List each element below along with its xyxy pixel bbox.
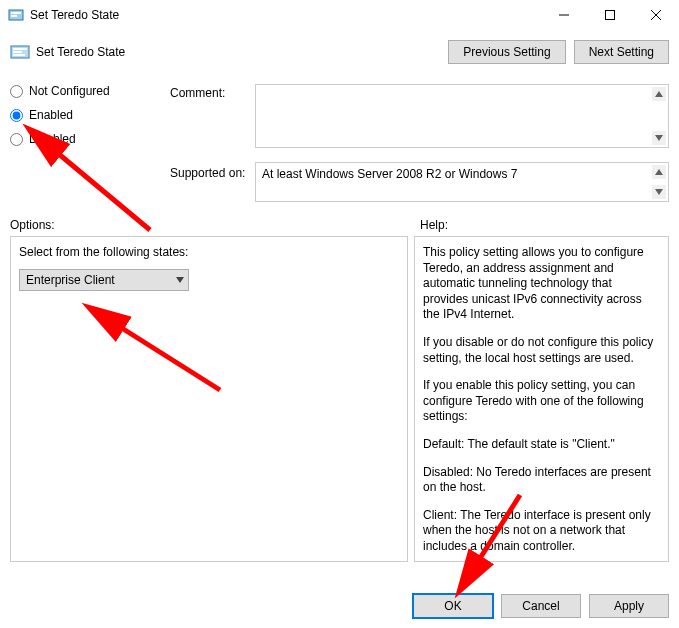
radio-not-configured[interactable]: Not Configured — [10, 84, 170, 98]
cancel-button[interactable]: Cancel — [501, 594, 581, 618]
close-button[interactable] — [633, 0, 679, 30]
svg-marker-11 — [655, 91, 663, 97]
scroll-up-icon[interactable] — [652, 165, 666, 179]
supported-on-label: Supported on: — [170, 162, 255, 180]
app-icon — [8, 7, 24, 23]
radio-enabled-label: Enabled — [29, 108, 73, 122]
help-panel: This policy setting allows you to config… — [414, 236, 669, 562]
maximize-button[interactable] — [587, 0, 633, 30]
svg-rect-9 — [13, 51, 22, 53]
states-dropdown-value: Enterprise Client — [26, 273, 115, 287]
scroll-down-icon[interactable] — [652, 185, 666, 199]
help-label: Help: — [420, 218, 669, 232]
help-paragraph: Client: The Teredo interface is present … — [423, 508, 660, 555]
radio-disabled[interactable]: Disabled — [10, 132, 170, 146]
ok-button[interactable]: OK — [413, 594, 493, 618]
svg-rect-4 — [606, 11, 615, 20]
help-paragraph: Disabled: No Teredo interfaces are prese… — [423, 465, 660, 496]
comment-label: Comment: — [170, 84, 255, 100]
state-radio-group: Not Configured Enabled Disabled — [10, 84, 170, 156]
options-panel: Select from the following states: Enterp… — [10, 236, 408, 562]
previous-setting-button[interactable]: Previous Setting — [448, 40, 565, 64]
comment-textarea[interactable] — [255, 84, 669, 148]
window-title: Set Teredo State — [30, 8, 541, 22]
svg-rect-2 — [11, 15, 17, 17]
apply-button[interactable]: Apply — [589, 594, 669, 618]
radio-disabled-input[interactable] — [10, 133, 23, 146]
help-paragraph: If you enable this policy setting, you c… — [423, 378, 660, 425]
help-paragraph: Default: The default state is "Client." — [423, 437, 660, 453]
radio-enabled-input[interactable] — [10, 109, 23, 122]
options-label: Options: — [10, 218, 420, 232]
svg-marker-13 — [655, 169, 663, 175]
svg-rect-1 — [11, 12, 21, 14]
svg-rect-8 — [13, 48, 27, 50]
help-paragraph: This policy setting allows you to config… — [423, 245, 660, 323]
radio-not-configured-input[interactable] — [10, 85, 23, 98]
radio-disabled-label: Disabled — [29, 132, 76, 146]
header: Set Teredo State Previous Setting Next S… — [0, 30, 679, 70]
help-paragraph: If you disable or do not configure this … — [423, 335, 660, 366]
states-dropdown[interactable]: Enterprise Client — [19, 269, 189, 291]
policy-title: Set Teredo State — [36, 45, 448, 59]
minimize-button[interactable] — [541, 0, 587, 30]
titlebar: Set Teredo State — [0, 0, 679, 30]
svg-marker-14 — [655, 189, 663, 195]
scroll-up-icon[interactable] — [652, 87, 666, 101]
next-setting-button[interactable]: Next Setting — [574, 40, 669, 64]
scroll-down-icon[interactable] — [652, 131, 666, 145]
radio-enabled[interactable]: Enabled — [10, 108, 170, 122]
chevron-down-icon — [176, 275, 184, 285]
supported-on-text: At least Windows Server 2008 R2 or Windo… — [262, 167, 517, 181]
svg-marker-15 — [176, 277, 184, 283]
select-states-label: Select from the following states: — [19, 245, 399, 259]
radio-not-configured-label: Not Configured — [29, 84, 110, 98]
policy-icon — [10, 42, 30, 62]
svg-marker-12 — [655, 135, 663, 141]
svg-rect-10 — [13, 54, 25, 56]
supported-on-textbox: At least Windows Server 2008 R2 or Windo… — [255, 162, 669, 202]
